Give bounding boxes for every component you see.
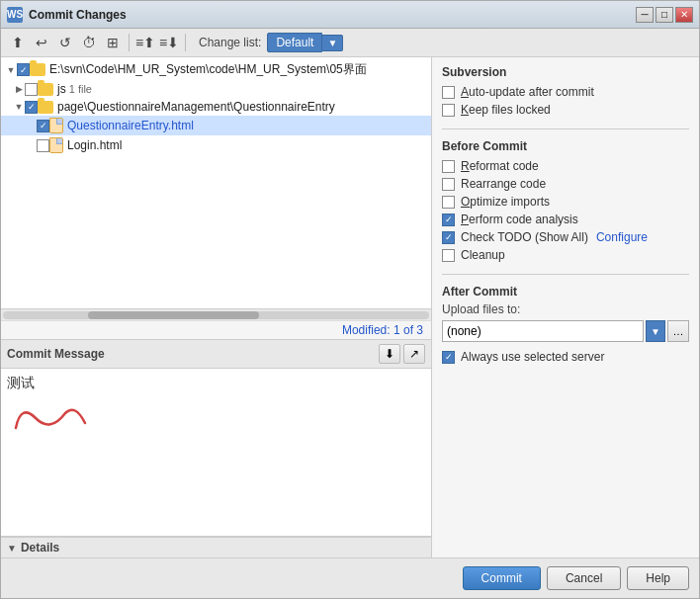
tree-toggle-page[interactable]: ▼ <box>13 101 25 113</box>
tree-label-page: page\QuestionnaireManagement\Questionnai… <box>57 100 335 114</box>
tree-checkbox-js[interactable] <box>25 83 38 96</box>
tree-item-root[interactable]: ▼ ✓ E:\svn\Code\HM_UR_System\code\HM_UR_… <box>1 59 431 80</box>
tree-checkbox-questionnaire[interactable]: ✓ <box>37 120 49 132</box>
after-commit-section: After Commit Upload files to: ▼ … ✓ Alwa… <box>442 285 689 366</box>
checkbox-rearrange[interactable] <box>442 178 455 191</box>
upload-browse-btn[interactable]: … <box>667 320 689 342</box>
tree-item-login[interactable]: Login.html <box>1 135 431 155</box>
subversion-title: Subversion <box>442 65 689 79</box>
change-list-value[interactable]: Default <box>267 33 322 52</box>
option-rearrange: Rearrange code <box>442 175 689 193</box>
file-icon-questionnaire <box>49 118 63 133</box>
tree-item-questionnaire[interactable]: ✓ QuestionnaireEntry.html <box>1 116 431 135</box>
tree-label-login: Login.html <box>67 138 122 152</box>
change-list-arrow-button[interactable]: ▼ <box>322 35 343 51</box>
left-panel: ▼ ✓ E:\svn\Code\HM_UR_System\code\HM_UR_… <box>1 57 432 557</box>
toolbar-btn-refresh[interactable]: ↺ <box>54 32 76 53</box>
toolbar: ⬆ ↩ ↺ ⏱ ⊞ ≡⬆ ≡⬇ Change list: Default ▼ <box>1 29 699 57</box>
toolbar-btn-move-down[interactable]: ≡⬇ <box>158 32 180 53</box>
configure-link[interactable]: Configure <box>596 230 648 244</box>
window-controls: ─ □ ✕ <box>636 7 693 23</box>
commit-msg-icon-recent[interactable]: ⬇ <box>379 344 400 364</box>
tree-item-page[interactable]: ▼ ✓ page\QuestionnaireManagement\Questio… <box>1 98 431 116</box>
commit-message-text: 测试 <box>7 375 35 390</box>
main-content: ▼ ✓ E:\svn\Code\HM_UR_System\code\HM_UR_… <box>1 57 699 557</box>
file-tree[interactable]: ▼ ✓ E:\svn\Code\HM_UR_System\code\HM_UR_… <box>1 57 431 308</box>
checkbox-auto-update[interactable] <box>442 86 455 99</box>
before-commit-title: Before Commit <box>442 139 689 153</box>
toolbar-btn-move-up[interactable]: ≡⬆ <box>134 32 156 53</box>
change-list-label: Change list: <box>199 36 261 49</box>
commit-message-area[interactable]: 测试 <box>1 369 431 537</box>
tree-toggle-login <box>25 139 37 151</box>
app-icon: WS <box>7 7 23 23</box>
scrollbar-thumb <box>88 311 258 319</box>
cancel-button[interactable]: Cancel <box>547 566 621 590</box>
tree-checkbox-root[interactable]: ✓ <box>17 63 30 76</box>
toolbar-btn-history[interactable]: ⏱ <box>78 32 100 53</box>
commit-message-icons: ⬇ ↗ <box>379 344 425 364</box>
option-check-todo: ✓ Check TODO (Show All) Configure <box>442 228 689 246</box>
label-auto-update: Auto-update after commit <box>461 85 594 99</box>
commit-msg-icon-template[interactable]: ↗ <box>403 344 425 364</box>
label-rearrange: Rearrange code <box>461 177 546 191</box>
scrollbar-track <box>3 311 429 319</box>
footer: Commit Cancel Help <box>1 557 699 598</box>
minimize-button[interactable]: ─ <box>636 7 654 23</box>
right-panel: Subversion Auto-update after commit Keep… <box>432 57 699 557</box>
label-code-analysis: Perform code analysis <box>461 213 578 226</box>
file-icon-login <box>49 137 63 153</box>
label-check-todo: Check TODO (Show All) <box>461 230 588 244</box>
commit-message-label: Commit Message <box>7 347 379 361</box>
tree-toggle-js[interactable]: ▶ <box>13 83 25 95</box>
toolbar-separator <box>129 34 130 51</box>
tree-toggle-questionnaire <box>25 120 37 131</box>
close-button[interactable]: ✕ <box>675 7 693 23</box>
tree-checkbox-login[interactable] <box>37 139 49 152</box>
upload-dropdown-btn[interactable]: ▼ <box>646 320 665 342</box>
checkbox-code-analysis[interactable]: ✓ <box>442 214 455 226</box>
title-bar: WS Commit Changes ─ □ ✕ <box>1 1 699 29</box>
checkbox-reformat[interactable] <box>442 160 455 173</box>
app-icon-text: WS <box>7 9 23 20</box>
checkbox-cleanup[interactable] <box>442 249 455 262</box>
tree-toggle-root[interactable]: ▼ <box>5 64 17 76</box>
toolbar-btn-update[interactable]: ⬆ <box>7 32 29 53</box>
before-commit-section: Before Commit Reformat code Rearrange co… <box>442 139 689 264</box>
commit-button[interactable]: Commit <box>463 566 541 590</box>
checkbox-keep-locked[interactable] <box>442 104 455 117</box>
tree-label-questionnaire: QuestionnaireEntry.html <box>67 119 194 132</box>
upload-select[interactable] <box>442 320 644 342</box>
horizontal-scrollbar[interactable] <box>1 308 431 320</box>
upload-files-label: Upload files to: <box>442 302 689 316</box>
toolbar-btn-diff[interactable]: ⊞ <box>102 32 124 53</box>
help-button[interactable]: Help <box>627 566 689 590</box>
tree-label-js-count: 1 file <box>66 83 92 95</box>
label-optimize-imports: Optimize imports <box>461 195 550 209</box>
option-always-use-server: ✓ Always use selected server <box>442 348 689 366</box>
tree-item-js[interactable]: ▶ js 1 file <box>1 80 431 98</box>
option-keep-locked: Keep files locked <box>442 101 689 119</box>
change-list-dropdown: Default ▼ <box>267 33 343 52</box>
label-always-use-server: Always use selected server <box>461 350 604 364</box>
after-commit-title: After Commit <box>442 285 689 299</box>
commit-changes-window: WS Commit Changes ─ □ ✕ ⬆ ↩ ↺ ⏱ ⊞ ≡⬆ ≡⬇ … <box>0 0 700 599</box>
label-reformat: Reformat code <box>461 159 539 173</box>
folder-icon-root <box>30 63 45 76</box>
tree-label-root: E:\svn\Code\HM_UR_System\code\HM_UR_Syst… <box>49 61 367 78</box>
details-label: Details <box>21 541 59 555</box>
label-keep-locked: Keep files locked <box>461 103 551 117</box>
tree-checkbox-page[interactable]: ✓ <box>25 101 38 114</box>
toolbar-btn-revert[interactable]: ↩ <box>31 32 52 53</box>
details-bar[interactable]: ▼ Details <box>1 537 431 557</box>
option-cleanup: Cleanup <box>442 246 689 264</box>
checkbox-check-todo[interactable]: ✓ <box>442 231 455 244</box>
checkbox-optimize-imports[interactable] <box>442 196 455 209</box>
tree-label-js: js <box>57 82 66 96</box>
scribble-annotation <box>11 398 90 438</box>
modified-label: Modified: 1 of 3 <box>1 320 431 339</box>
option-auto-update: Auto-update after commit <box>442 83 689 101</box>
details-toggle-icon: ▼ <box>7 543 17 554</box>
checkbox-always-use-server[interactable]: ✓ <box>442 351 455 364</box>
maximize-button[interactable]: □ <box>656 7 673 23</box>
